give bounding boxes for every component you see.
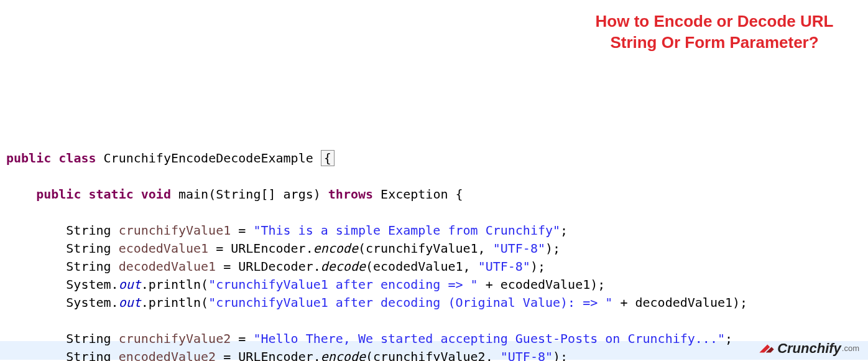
system: System. <box>66 277 118 292</box>
type-string: String <box>66 259 111 274</box>
kw-public: public <box>6 151 51 166</box>
kw-throws: throws <box>328 187 373 202</box>
kw-void: void <box>141 187 171 202</box>
heading-title: How to Encode or Decode URL String Or Fo… <box>581 11 848 54</box>
urlencoder: URLEncoder. <box>238 349 320 361</box>
brace-open-box: { <box>321 150 335 166</box>
var-cv1: crunchifyValue1 <box>119 223 231 238</box>
brand-text: Crunchify <box>777 339 841 359</box>
var-cv2: crunchifyValue2 <box>119 331 231 346</box>
var-ec1: ecodedValue1 <box>119 241 209 256</box>
code-block: public class CrunchifyEncodeDecodeExampl… <box>0 144 868 361</box>
close-paren: ); <box>553 349 568 361</box>
type-string: String <box>66 223 111 238</box>
urlencoder: URLEncoder. <box>231 241 313 256</box>
brand-tld: .com <box>842 343 859 355</box>
eq: = <box>231 223 253 238</box>
m-decode: decode <box>321 259 366 274</box>
eq: = <box>216 259 238 274</box>
out: out <box>119 295 141 310</box>
plus-ec1: + ecodedValue1); <box>478 277 606 292</box>
brand-logo: Crunchify.com <box>759 339 859 359</box>
kw-static: static <box>88 187 133 202</box>
kw-class: class <box>58 151 96 166</box>
eq: = <box>216 349 238 361</box>
close-paren: ); <box>545 241 560 256</box>
var-en2: encodedValue2 <box>119 349 216 361</box>
str-cv1: "This is a simple Example from Crunchify… <box>253 223 560 238</box>
eq: = <box>208 241 231 256</box>
semi: ; <box>560 223 568 238</box>
type-string: String <box>66 349 111 361</box>
main-sig: main(String[] args) <box>178 187 321 202</box>
str-cv2: "Hello There, We started accepting Guest… <box>253 331 725 346</box>
semi: ; <box>725 331 732 346</box>
var-dc1: decodedValue1 <box>119 259 216 274</box>
str-p1: "crunchifyValue1 after encoding => " <box>208 277 478 292</box>
m-encode: encode <box>321 349 366 361</box>
eq: = <box>231 331 253 346</box>
out: out <box>119 277 141 292</box>
args-dec1: (ecodedValue1, <box>366 259 478 274</box>
m-encode: encode <box>313 241 358 256</box>
type-string: String <box>66 241 111 256</box>
str-p2: "crunchifyValue1 after decoding (Origina… <box>208 295 612 310</box>
kw-public: public <box>36 187 81 202</box>
println: .println( <box>141 295 208 310</box>
str-utf8: "UTF-8" <box>493 241 545 256</box>
crunchify-icon <box>759 342 775 355</box>
str-utf8: "UTF-8" <box>478 259 530 274</box>
urldecoder: URLDecoder. <box>238 259 320 274</box>
class-name: CrunchifyEncodeDecodeExample <box>104 151 313 166</box>
system: System. <box>66 295 118 310</box>
args-enc2: (crunchifyValue2, <box>366 349 501 361</box>
args-enc1: (crunchifyValue1, <box>358 241 493 256</box>
println: .println( <box>141 277 208 292</box>
type-string: String <box>66 331 111 346</box>
exc: Exception { <box>381 187 463 202</box>
plus-dc1: + decodedValue1); <box>612 295 747 310</box>
close-paren: ); <box>530 259 545 274</box>
str-utf8: "UTF-8" <box>501 349 553 361</box>
